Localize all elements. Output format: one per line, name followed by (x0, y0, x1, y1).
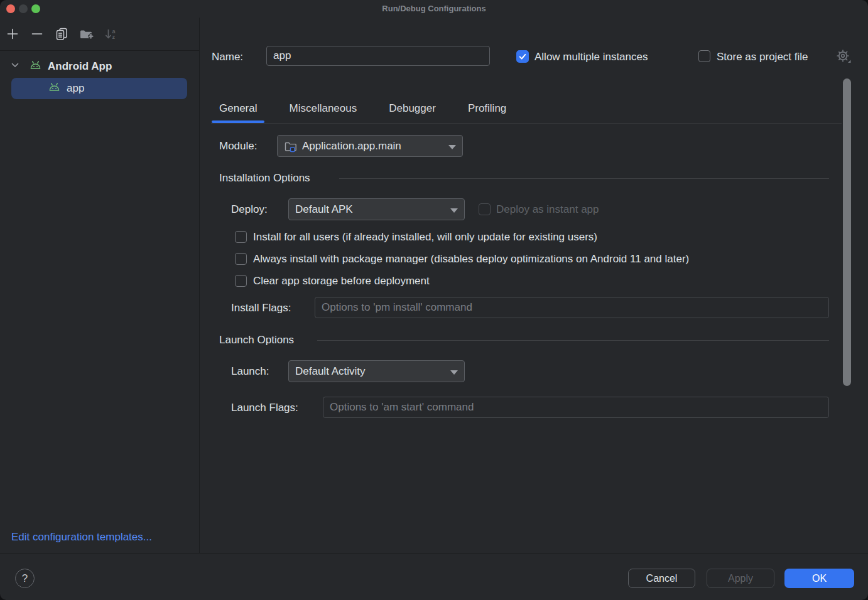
tab-general-label: General (219, 102, 257, 115)
always-install-with-package-manager-label: Always install with package manager (dis… (253, 253, 689, 265)
vertical-scrollbar-thumb[interactable] (843, 78, 851, 386)
tab-debugger-label: Debugger (389, 102, 436, 115)
footer-divider (0, 553, 868, 554)
install-flags-label: Install Flags: (231, 302, 291, 314)
run-debug-configurations-dialog: Run/Debug Configurations (0, 0, 868, 600)
tree-group-label: Android App (48, 60, 112, 73)
module-label: Module: (219, 140, 257, 153)
tab-profiling[interactable]: Profiling (460, 94, 514, 123)
apply-button[interactable]: Apply (707, 569, 774, 588)
chevron-down-icon (448, 140, 456, 153)
install-for-all-users-label: Install for all users (if already instal… (253, 231, 597, 244)
tab-bar-divider (211, 123, 842, 124)
cancel-button[interactable]: Cancel (628, 569, 695, 588)
deploy-as-instant-app-label: Deploy as instant app (496, 203, 599, 216)
clear-app-storage-checkbox[interactable] (235, 275, 247, 287)
installation-options-header: Installation Options (219, 172, 310, 185)
name-label: Name: (212, 51, 243, 63)
chevron-down-icon[interactable] (10, 60, 20, 73)
ok-button[interactable]: OK (784, 569, 854, 588)
launch-flags-input[interactable] (323, 397, 829, 418)
allow-multiple-instances-label: Allow multiple instances (534, 51, 648, 63)
tab-miscellaneous[interactable]: Miscellaneous (281, 94, 364, 123)
sort-configurations-icon[interactable]: a z (103, 26, 118, 41)
tab-bar: General Miscellaneous Debugger Profiling (212, 94, 514, 123)
module-dropdown[interactable]: Application.app.main (277, 135, 463, 157)
window-title: Run/Debug Configurations (0, 4, 868, 13)
remove-configuration-icon[interactable] (30, 26, 45, 41)
allow-multiple-instances-checkbox[interactable] (516, 50, 529, 63)
launch-flags-label: Launch Flags: (231, 402, 298, 414)
deploy-dropdown[interactable]: Default APK (288, 198, 465, 220)
launch-value: Default Activity (295, 365, 366, 378)
install-flags-input[interactable] (315, 297, 829, 318)
tab-profiling-label: Profiling (468, 102, 506, 115)
new-folder-icon[interactable] (79, 26, 94, 41)
deploy-label: Deploy: (231, 203, 268, 216)
tab-miscellaneous-label: Miscellaneous (289, 102, 357, 115)
clear-app-storage-label: Clear app storage before deployment (253, 275, 430, 287)
deploy-as-instant-app-checkbox (479, 203, 491, 215)
android-icon (29, 60, 42, 73)
launch-label: Launch: (231, 365, 269, 378)
launch-options-header: Launch Options (219, 334, 294, 346)
edit-configuration-templates-link[interactable]: Edit configuration templates... (11, 531, 152, 544)
title-bar: Run/Debug Configurations (0, 0, 868, 18)
android-icon (48, 82, 61, 95)
tab-debugger[interactable]: Debugger (381, 94, 443, 123)
store-as-project-file-checkbox[interactable] (698, 50, 710, 62)
svg-text:a: a (112, 28, 116, 35)
name-input[interactable] (266, 46, 490, 66)
always-install-with-package-manager-checkbox[interactable] (235, 253, 247, 265)
installation-options-divider (339, 178, 829, 179)
tab-general[interactable]: General (212, 94, 264, 123)
module-icon (284, 140, 297, 153)
copy-configuration-icon[interactable] (54, 26, 69, 41)
chevron-down-icon (450, 203, 458, 216)
svg-text:z: z (112, 34, 115, 40)
install-for-all-users-checkbox[interactable] (235, 231, 247, 243)
help-button[interactable]: ? (15, 569, 35, 588)
gear-icon[interactable] (835, 48, 852, 67)
module-value: Application.app.main (302, 140, 401, 153)
tree-group-android-app[interactable]: Android App (0, 56, 199, 77)
sidebar-toolbar: a z (0, 18, 199, 51)
launch-dropdown[interactable]: Default Activity (288, 360, 465, 382)
store-as-project-file-label: Store as project file (717, 51, 808, 63)
launch-options-divider (317, 340, 829, 341)
deploy-value: Default APK (295, 203, 353, 216)
chevron-down-icon (450, 365, 458, 378)
configurations-sidebar: a z Android App (0, 18, 200, 553)
tree-item-label: app (67, 82, 84, 95)
tree-item-app[interactable]: app (11, 78, 187, 99)
add-configuration-icon[interactable] (5, 26, 20, 41)
